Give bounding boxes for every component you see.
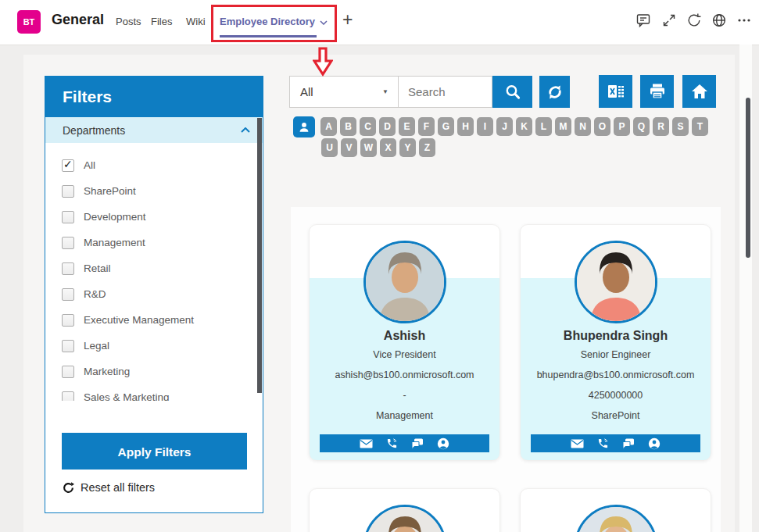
employee-action-bar (320, 434, 489, 452)
reset-icon (63, 482, 74, 494)
alphabet-key[interactable]: W (360, 138, 377, 157)
alphabet-key[interactable]: H (457, 117, 474, 136)
alphabet-key[interactable]: O (594, 117, 610, 136)
alphabet-key[interactable]: A (320, 117, 337, 136)
profile-icon[interactable] (648, 437, 661, 450)
department-option[interactable]: Management (45, 230, 258, 255)
teams-top-bar: BT General Posts Files Wiki Employee Dir… (0, 0, 759, 45)
alphabet-key[interactable]: Q (633, 117, 650, 136)
department-checkbox[interactable] (62, 340, 74, 352)
department-checkbox[interactable] (62, 262, 74, 275)
alphabet-key[interactable]: S (672, 117, 689, 136)
department-checkbox[interactable] (62, 159, 74, 172)
alphabet-key[interactable]: L (535, 117, 552, 136)
alphabet-key[interactable]: P (614, 117, 630, 136)
department-option-label: SharePoint (84, 185, 136, 197)
alphabet-key[interactable]: B (340, 117, 356, 136)
department-option[interactable]: Retail (45, 255, 258, 281)
alphabet-key[interactable]: E (399, 117, 415, 136)
department-checkbox[interactable] (62, 391, 74, 402)
avatar-photo (577, 243, 655, 321)
call-icon[interactable] (597, 437, 609, 449)
apply-filters-button[interactable]: Apply Filters (62, 433, 247, 470)
call-icon[interactable] (386, 437, 398, 449)
alphabet-key[interactable]: M (555, 117, 571, 136)
refresh-results-button[interactable] (539, 76, 570, 108)
alphabet-key[interactable]: Y (399, 138, 416, 157)
chevron-up-icon (241, 127, 250, 133)
email-icon[interactable] (571, 439, 584, 448)
alphabet-key[interactable]: K (516, 117, 532, 136)
department-option[interactable]: Marketing (45, 359, 258, 384)
all-employees-button[interactable] (293, 116, 315, 137)
scope-select[interactable]: All ▼ (289, 76, 399, 108)
department-checkbox[interactable] (62, 288, 74, 301)
department-checkbox[interactable] (62, 366, 74, 378)
home-button[interactable] (682, 75, 716, 108)
filters-sidebar: Filters Departments All SharePoint (45, 76, 263, 513)
print-button[interactable] (640, 75, 674, 108)
alphabet-key[interactable]: J (496, 117, 513, 136)
tab-files[interactable]: Files (151, 16, 172, 27)
alphabet-key[interactable]: X (380, 138, 396, 157)
search-input[interactable] (398, 76, 492, 108)
page-scrollbar-thumb[interactable] (746, 98, 750, 258)
refresh-icon (546, 84, 564, 101)
sidebar-scrollbar-thumb[interactable] (257, 118, 262, 393)
reset-all-filters-button[interactable]: Reset all filters (63, 481, 155, 494)
profile-icon[interactable] (437, 437, 449, 450)
employee-card (309, 488, 500, 532)
alphabet-key[interactable]: G (438, 117, 454, 136)
tab-posts[interactable]: Posts (116, 16, 141, 27)
globe-icon[interactable] (711, 12, 729, 30)
departments-accordion-header[interactable]: Departments (45, 117, 263, 143)
printer-icon (648, 82, 667, 101)
person-icon (298, 120, 310, 134)
department-checkbox[interactable] (62, 211, 74, 223)
department-option[interactable]: Sales & Marketing (45, 384, 258, 401)
avatar-photo (577, 507, 655, 532)
department-checkbox[interactable] (62, 314, 74, 327)
alphabet-key[interactable]: Z (419, 138, 435, 157)
alphabet-key[interactable]: T (692, 117, 708, 136)
alphabet-key[interactable]: R (653, 117, 669, 136)
department-checkbox[interactable] (62, 237, 74, 249)
department-option-label: Executive Management (84, 314, 194, 326)
alphabet-key[interactable]: I (477, 117, 493, 136)
alphabet-row-1: ABCDEFGHIJKLMNOPQRST (320, 117, 708, 136)
department-option[interactable]: SharePoint (45, 178, 258, 204)
alphabet-key[interactable]: V (341, 138, 357, 157)
department-option[interactable]: Executive Management (45, 307, 258, 333)
refresh-icon[interactable] (686, 12, 704, 30)
home-icon (690, 82, 709, 101)
email-icon[interactable] (360, 439, 373, 448)
alphabet-key[interactable]: N (575, 117, 591, 136)
employee-avatar (363, 505, 446, 532)
department-option[interactable]: Development (45, 204, 258, 230)
add-tab-button[interactable]: + (342, 9, 353, 30)
export-excel-button[interactable] (599, 75, 632, 108)
expand-icon[interactable] (661, 12, 678, 30)
team-avatar[interactable]: BT (17, 10, 41, 34)
search-button[interactable] (492, 76, 532, 108)
department-option[interactable]: R&D (45, 281, 258, 307)
chat-icon[interactable] (622, 438, 635, 449)
employee-name: Bhupendra Singh (521, 329, 711, 345)
more-options-icon[interactable] (736, 12, 754, 30)
employee-cards-panel: Ashish Vice President ashish@bs100.onmic… (291, 207, 721, 532)
feedback-icon[interactable] (635, 12, 653, 30)
alphabet-key[interactable]: C (360, 117, 376, 136)
avatar-photo (366, 507, 444, 532)
department-option[interactable]: All (45, 152, 258, 178)
chat-icon[interactable] (411, 438, 424, 449)
select-caret-icon: ▼ (382, 88, 388, 95)
department-option[interactable]: Legal (45, 333, 258, 359)
tab-wiki[interactable]: Wiki (186, 16, 206, 27)
alphabet-key[interactable]: D (379, 117, 396, 136)
filters-title: Filters (63, 87, 112, 105)
alphabet-key[interactable]: U (321, 138, 338, 157)
alphabet-key[interactable]: F (418, 117, 435, 136)
department-checkbox[interactable] (62, 185, 74, 198)
employee-title: Senior Engineer (521, 345, 711, 365)
department-option-label: Management (84, 237, 145, 248)
